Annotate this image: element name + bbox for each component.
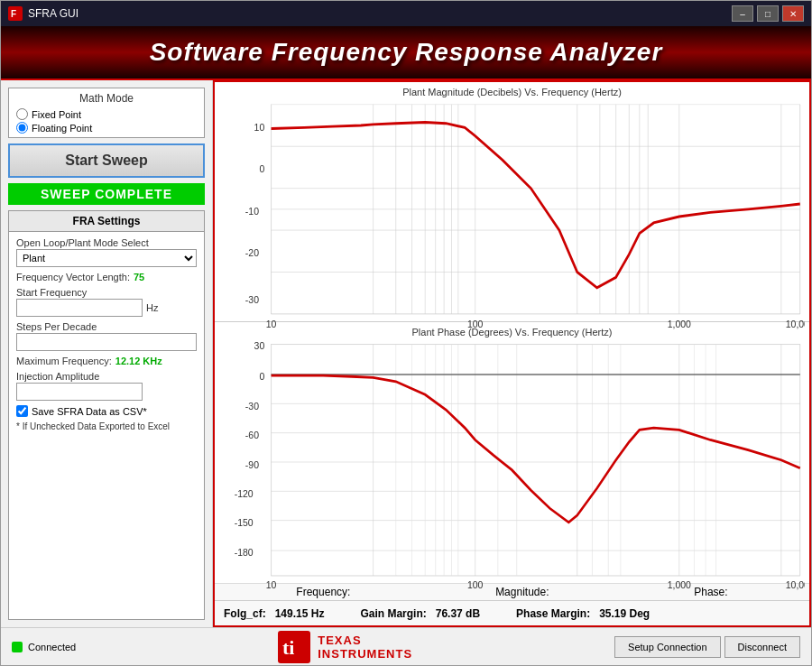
- save-csv-row: Save SFRA Data as CSV*: [16, 405, 197, 417]
- svg-text:-10: -10: [245, 205, 259, 217]
- fixed-point-radio[interactable]: [16, 108, 28, 120]
- connection-buttons: Setup Connection Disconnect: [614, 636, 800, 658]
- math-mode-title: Math Mode: [16, 92, 197, 105]
- fra-settings-content: Open Loop/Plant Mode Select Plant Open L…: [9, 232, 204, 437]
- svg-text:10: 10: [254, 121, 265, 133]
- main-content: Math Mode Fixed Point Floating Point Sta…: [1, 80, 811, 627]
- floating-point-radio[interactable]: [16, 122, 28, 134]
- magnitude-chart-container: Plant Magnitude (Decibels) Vs. Frequency…: [215, 82, 809, 321]
- fra-settings-title: FRA Settings: [9, 211, 204, 232]
- floating-point-label: Floating Point: [32, 123, 92, 134]
- svg-text:-150: -150: [235, 517, 254, 528]
- phase-margin-display: Phase Margin: 35.19 Deg: [516, 607, 650, 620]
- svg-text:1,000: 1,000: [668, 579, 691, 590]
- setup-connection-button[interactable]: Setup Connection: [614, 636, 720, 658]
- ti-line1: Texas: [318, 634, 412, 647]
- phase-margin-label: Phase Margin:: [516, 607, 590, 620]
- svg-rect-37: [272, 345, 800, 576]
- mode-select-group: Open Loop/Plant Mode Select Plant Open L…: [16, 237, 197, 267]
- folg-cf-display: Folg_cf: 149.15 Hz: [224, 607, 324, 620]
- save-csv-checkbox[interactable]: [16, 405, 28, 417]
- phase-chart-svg: 30 0 -30 -60 -90 -120 -150 -180 10 100 1…: [219, 339, 805, 591]
- title-bar-buttons: – □ ✕: [732, 5, 804, 22]
- sweep-complete-bar: SWEEP COMPLETE: [8, 183, 205, 205]
- disconnect-button[interactable]: Disconnect: [724, 636, 800, 658]
- svg-text:30: 30: [254, 340, 265, 351]
- save-csv-note: * If Unchecked Data Exported to Excel: [16, 421, 197, 431]
- svg-text:-20: -20: [245, 247, 259, 259]
- start-freq-group: Start Frequency 10.0000 Hz: [16, 287, 197, 317]
- app-title: Software Frequency Response Analyzer: [150, 38, 663, 67]
- svg-text:0: 0: [259, 371, 264, 382]
- ti-logo-text: Texas Instruments: [318, 634, 412, 661]
- start-freq-label: Start Frequency: [16, 287, 197, 298]
- header-banner: Software Frequency Response Analyzer: [1, 26, 811, 80]
- bottom-bar: Connected ti Texas Instruments Setup Con…: [1, 627, 811, 665]
- svg-text:-30: -30: [245, 401, 259, 412]
- max-freq-label: Maximum Frequency:: [16, 356, 112, 366]
- start-freq-input-row: 10.0000 Hz: [16, 299, 197, 317]
- gain-margin-value: 76.37 dB: [436, 607, 480, 620]
- start-freq-unit: Hz: [146, 302, 158, 313]
- phase-chart-title: Plant Phase (Degrees) Vs. Frequency (Her…: [219, 327, 805, 338]
- title-bar: F SFRA GUI – □ ✕: [1, 1, 811, 26]
- folg-cf-value: 149.15 Hz: [275, 607, 325, 620]
- svg-text:-30: -30: [245, 294, 259, 306]
- minimize-button[interactable]: –: [732, 5, 753, 22]
- mode-select[interactable]: Plant Open Loop: [16, 249, 197, 267]
- injection-label: Injection Amplitude: [16, 371, 197, 382]
- connected-label: Connected: [28, 642, 76, 652]
- svg-text:-120: -120: [235, 488, 254, 499]
- maximize-button[interactable]: □: [757, 5, 779, 22]
- connected-status: Connected: [12, 642, 76, 652]
- main-window: F SFRA GUI – □ ✕ Software Frequency Resp…: [0, 0, 812, 666]
- svg-text:-90: -90: [245, 459, 259, 470]
- injection-group: Injection Amplitude .0020: [16, 371, 197, 401]
- svg-text:0: 0: [259, 163, 264, 175]
- right-panel: Plant Magnitude (Decibels) Vs. Frequency…: [213, 80, 811, 627]
- steps-input[interactable]: 24: [16, 333, 197, 351]
- ti-line2: Instruments: [318, 647, 412, 661]
- phase-chart-container: Plant Phase (Degrees) Vs. Frequency (Her…: [215, 322, 809, 583]
- freq-vector-label: Frequency Vector Length:: [16, 272, 130, 282]
- status-dot: [12, 642, 23, 652]
- window-title: SFRA GUI: [28, 7, 78, 20]
- fixed-point-label: Fixed Point: [32, 109, 81, 120]
- start-sweep-button[interactable]: Start Sweep: [8, 143, 205, 178]
- mode-label: Open Loop/Plant Mode Select: [16, 237, 197, 248]
- math-mode-box: Math Mode Fixed Point Floating Point: [8, 88, 205, 138]
- gain-margin-label: Gain Margin:: [360, 607, 426, 620]
- svg-text:10,000: 10,000: [786, 579, 805, 590]
- close-button[interactable]: ✕: [782, 5, 804, 22]
- charts-area: Plant Magnitude (Decibels) Vs. Frequency…: [215, 82, 809, 583]
- freq-vector-row: Frequency Vector Length: 75: [16, 272, 197, 282]
- freq-vector-value: 75: [134, 272, 144, 282]
- max-freq-row: Maximum Frequency: 12.12 KHz: [16, 356, 197, 366]
- start-freq-input[interactable]: 10.0000: [16, 299, 143, 317]
- steps-group: Steps Per Decade 24: [16, 321, 197, 351]
- left-panel: Math Mode Fixed Point Floating Point Sta…: [1, 80, 213, 627]
- fixed-point-option[interactable]: Fixed Point: [16, 108, 197, 120]
- svg-text:ti: ti: [282, 636, 294, 659]
- ti-logo: ti Texas Instruments: [278, 631, 412, 663]
- fra-settings-box: FRA Settings Open Loop/Plant Mode Select…: [8, 210, 205, 620]
- svg-text:-180: -180: [235, 547, 254, 558]
- app-icon: F: [8, 6, 23, 21]
- max-freq-value: 12.12 KHz: [115, 356, 162, 366]
- magnitude-chart-title: Plant Magnitude (Decibels) Vs. Frequency…: [219, 87, 805, 97]
- gain-margin-display: Gain Margin: 76.37 dB: [360, 607, 480, 620]
- floating-point-option[interactable]: Floating Point: [16, 122, 197, 134]
- phase-margin-value: 35.19 Deg: [599, 607, 650, 620]
- save-csv-label: Save SFRA Data as CSV*: [32, 406, 147, 417]
- math-mode-radio-group: Fixed Point Floating Point: [16, 108, 197, 134]
- svg-text:F: F: [11, 9, 16, 19]
- svg-text:100: 100: [467, 579, 483, 590]
- status-bar-chart: Folg_cf: 149.15 Hz Gain Margin: 76.37 dB…: [215, 600, 809, 625]
- svg-text:10: 10: [266, 579, 277, 590]
- svg-text:-60: -60: [245, 430, 259, 440]
- magnitude-chart-svg: 10 0 -10 -20 -30 10 100 1,000 10,000: [219, 99, 805, 329]
- ti-logo-icon: ti: [278, 631, 310, 663]
- folg-cf-label: Folg_cf:: [224, 607, 266, 620]
- title-bar-left: F SFRA GUI: [8, 6, 78, 21]
- injection-input[interactable]: .0020: [16, 383, 143, 401]
